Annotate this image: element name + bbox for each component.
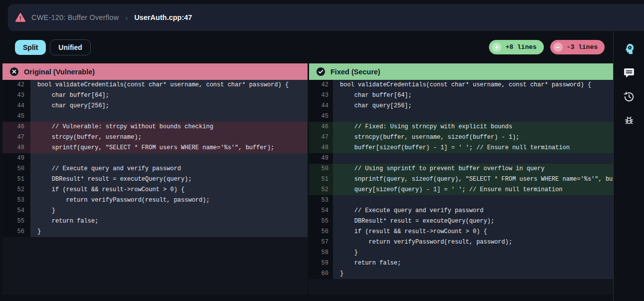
code-line: 58 } <box>309 248 613 258</box>
code-text: } <box>30 227 308 237</box>
breadcrumb-separator: › <box>124 13 129 22</box>
code-text: // Using snprintf to prevent buffer over… <box>333 164 613 174</box>
code-line: 48 sprintf(query, "SELECT * FROM users W… <box>2 143 308 153</box>
code-text: char buffer[64]; <box>333 90 613 101</box>
code-line: 44 char query[256]; <box>2 101 308 111</box>
line-number: 49 <box>2 153 30 164</box>
line-number: 56 <box>309 227 333 237</box>
code-line: 54 } <box>2 206 308 216</box>
code-text <box>333 111 613 122</box>
line-number: 56 <box>2 227 30 237</box>
split-view-button[interactable]: Split <box>15 40 46 55</box>
lines-added-badge: + +8 lines <box>489 40 543 54</box>
warning-icon <box>15 12 26 23</box>
line-number: 51 <box>2 174 30 185</box>
fixed-panel-title: Fixed (Secure) <box>330 68 380 76</box>
code-text: return false; <box>333 258 613 269</box>
check-circle-icon <box>316 67 325 76</box>
code-text <box>30 153 308 164</box>
line-number: 55 <box>309 216 333 227</box>
code-line: 47 strcpy(buffer, username); <box>2 132 308 143</box>
code-line: 45 <box>309 111 613 122</box>
x-circle-icon <box>9 67 19 76</box>
line-number: 46 <box>309 122 333 132</box>
code-text: char query[256]; <box>333 101 613 111</box>
code-line: 49 <box>2 153 308 164</box>
code-line: 50 // Execute query and verify password <box>2 164 308 174</box>
code-line: 49 <box>309 153 613 164</box>
code-line: 52 query[sizeof(query) - 1] = ' '; // En… <box>309 185 613 195</box>
code-line: 45 <box>2 111 308 122</box>
code-text <box>333 195 613 206</box>
line-number: 53 <box>309 195 333 206</box>
code-line: 42bool validateCredentials(const char* u… <box>309 80 613 90</box>
line-number: 43 <box>2 90 30 101</box>
line-number: 48 <box>309 143 333 153</box>
code-text: // Fixed: Using strncpy with explicit bo… <box>333 122 613 132</box>
line-number: 45 <box>309 111 333 122</box>
line-number: 47 <box>309 132 333 143</box>
unified-view-button[interactable]: Unified <box>50 39 90 55</box>
code-line: 46 // Fixed: Using strncpy with explicit… <box>309 122 613 132</box>
plus-icon: + <box>492 42 501 52</box>
code-text: if (result && result->rowCount > 0) { <box>333 227 613 237</box>
lines-added-label: +8 lines <box>505 43 536 51</box>
ai-review-icon[interactable] <box>623 43 635 55</box>
history-icon[interactable] <box>623 91 635 103</box>
line-number: 52 <box>309 185 333 195</box>
code-line: 53 <box>309 195 613 206</box>
code-text: bool validateCredentials(const char* use… <box>333 80 613 90</box>
code-text: strncpy(buffer, username, sizeof(buffer)… <box>333 132 613 143</box>
line-number: 46 <box>2 122 30 132</box>
code-text: return false; <box>30 216 308 227</box>
code-line: 43 char buffer[64]; <box>2 90 308 101</box>
line-number: 58 <box>309 248 333 258</box>
code-line: 51 DBResult* result = executeQuery(query… <box>2 174 308 185</box>
line-number: 54 <box>2 206 30 216</box>
line-number: 44 <box>309 101 333 111</box>
code-text: } <box>333 248 613 258</box>
line-number: 54 <box>309 206 333 216</box>
code-text: return verifyPassword(result, password); <box>333 237 613 248</box>
lines-removed-badge: − -3 lines <box>550 40 605 54</box>
original-panel-header: Original (Vulnerable) <box>2 63 308 80</box>
minus-icon: − <box>553 42 563 52</box>
line-number: 52 <box>2 185 30 195</box>
line-number: 44 <box>2 101 30 111</box>
code-text: buffer[sizeof(buffer) - 1] = ' '; // Ens… <box>333 143 613 153</box>
line-number: 49 <box>309 153 333 164</box>
code-text: bool validateCredentials(const char* use… <box>30 80 308 90</box>
line-number: 51 <box>309 174 333 185</box>
code-text: DBResult* result = executeQuery(query); <box>30 174 308 185</box>
breadcrumb-file[interactable]: UserAuth.cpp:47 <box>134 13 192 21</box>
code-line: 43 char buffer[64]; <box>309 90 613 101</box>
code-text <box>333 153 613 164</box>
bug-icon[interactable] <box>623 115 635 127</box>
code-text: strcpy(buffer, username); <box>30 132 308 143</box>
code-line: 55 DBResult* result = executeQuery(query… <box>309 216 613 227</box>
code-line: 47 strncpy(buffer, username, sizeof(buff… <box>309 132 613 143</box>
breadcrumb-bar: CWE-120: Buffer Overflow › UserAuth.cpp:… <box>8 4 644 31</box>
code-text: } <box>333 269 613 279</box>
code-line: 42bool validateCredentials(const char* u… <box>2 80 308 90</box>
code-text: return verifyPassword(result, password); <box>30 195 308 206</box>
original-code: 42bool validateCredentials(const char* u… <box>2 80 308 295</box>
code-text: } <box>30 206 308 216</box>
breadcrumb-category[interactable]: CWE-120: Buffer Overflow <box>31 13 119 21</box>
code-line: 54 // Execute query and verify password <box>309 206 613 216</box>
code-text: snprintf(query, sizeof(query), "SELECT *… <box>333 174 613 185</box>
code-text <box>30 111 308 122</box>
code-text: char buffer[64]; <box>30 90 308 101</box>
code-line: 56} <box>2 227 308 237</box>
code-line: 51 snprintf(query, sizeof(query), "SELEC… <box>309 174 613 185</box>
tool-rail <box>613 31 644 301</box>
line-number: 53 <box>2 195 30 206</box>
code-line: 50 // Using snprintf to prevent buffer o… <box>309 164 613 174</box>
line-number: 57 <box>309 237 333 248</box>
line-number: 47 <box>2 132 30 143</box>
line-number: 55 <box>2 216 30 227</box>
diff-toolbar: Split Unified + +8 lines − -3 lines <box>0 31 613 63</box>
comments-icon[interactable] <box>623 67 635 79</box>
code-line: 44 char query[256]; <box>309 101 613 111</box>
original-panel-title: Original (Vulnerable) <box>24 68 95 76</box>
